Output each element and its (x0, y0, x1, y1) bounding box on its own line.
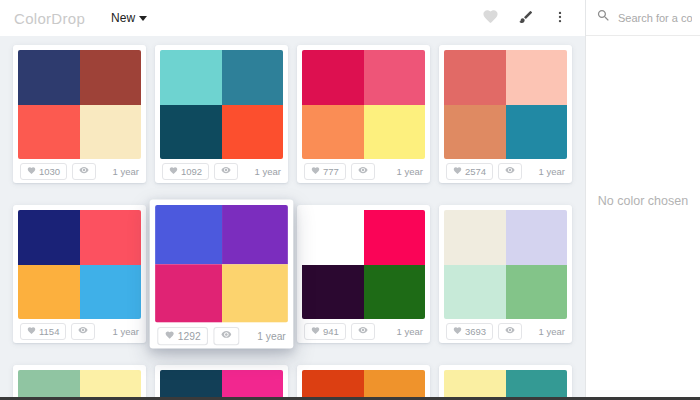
palette-card[interactable]: 777 1 year (297, 45, 430, 183)
views-button[interactable] (351, 323, 375, 340)
palette-quadrant[interactable] (18, 370, 80, 400)
palette-age: 1 year (397, 166, 423, 177)
magnifier-icon (596, 8, 611, 27)
likes-button[interactable]: 777 (304, 163, 346, 180)
palette-quadrant[interactable] (302, 105, 364, 160)
palette-quadrant[interactable] (302, 210, 364, 265)
palette-quadrant[interactable] (222, 105, 284, 160)
palette-quadrant[interactable] (160, 105, 222, 160)
palette-quadrant[interactable] (80, 105, 142, 160)
palette-quadrant[interactable] (506, 50, 568, 105)
sidebar: No color chosen (585, 0, 700, 400)
palette-quadrant[interactable] (364, 370, 426, 400)
sort-dropdown-label: New (111, 11, 135, 25)
palette-quadrant[interactable] (80, 50, 142, 105)
palette-quadrant[interactable] (222, 370, 284, 400)
palette-quadrant[interactable] (222, 264, 288, 323)
palette-quadrant[interactable] (18, 50, 80, 105)
palette-swatches (444, 210, 567, 319)
palette-quadrant[interactable] (444, 50, 506, 105)
palette-card[interactable]: 1154 1 year (13, 205, 146, 343)
brush-button[interactable] (516, 7, 536, 30)
palette-quadrant[interactable] (160, 50, 222, 105)
palette-quadrant[interactable] (302, 50, 364, 105)
palette-swatches (302, 370, 425, 400)
views-button[interactable] (72, 163, 96, 180)
palette-card[interactable]: 2574 1 year (439, 45, 572, 183)
search-input[interactable] (618, 12, 692, 24)
palette-quadrant[interactable] (302, 265, 364, 320)
palette-quadrant[interactable] (222, 50, 284, 105)
card-footer: 1292 1 year (155, 323, 288, 349)
palette-quadrant[interactable] (155, 205, 221, 264)
palette-card[interactable]: 1030 1 year (13, 45, 146, 183)
palette-swatches (18, 210, 141, 319)
palette-quadrant[interactable] (80, 265, 142, 320)
palette-card[interactable] (297, 365, 430, 400)
palette-quadrant[interactable] (80, 370, 142, 400)
palette-card[interactable] (13, 365, 146, 400)
likes-button[interactable]: 1030 (20, 163, 67, 180)
palette-quadrant[interactable] (506, 105, 568, 160)
palette-quadrant[interactable] (444, 105, 506, 160)
eye-icon (221, 165, 231, 177)
palette-quadrant[interactable] (18, 105, 80, 160)
heart-icon (311, 326, 320, 337)
palette-card[interactable]: 1092 1 year (155, 45, 288, 183)
views-button[interactable] (71, 323, 95, 340)
palette-quadrant[interactable] (18, 210, 80, 265)
likes-button[interactable]: 3693 (446, 323, 493, 340)
card-footer: 1154 1 year (18, 319, 141, 343)
palette-card[interactable]: 941 1 year (297, 205, 430, 343)
sort-dropdown-new[interactable]: New (111, 11, 147, 25)
eye-icon (358, 325, 368, 337)
views-button[interactable] (498, 323, 522, 340)
heart-icon (453, 326, 462, 337)
palette-card[interactable] (155, 365, 288, 400)
palette-quadrant[interactable] (444, 370, 506, 400)
palette-quadrant[interactable] (364, 265, 426, 320)
palette-quadrant[interactable] (506, 210, 568, 265)
main-column: ColorDrop New (0, 0, 585, 400)
palette-quadrant[interactable] (506, 370, 568, 400)
palette-card[interactable]: 1292 1 year (150, 199, 294, 348)
card-footer: 2574 1 year (444, 159, 567, 183)
menu-button[interactable] (551, 7, 569, 30)
views-button[interactable] (214, 163, 238, 180)
card-footer: 941 1 year (302, 319, 425, 343)
logo[interactable]: ColorDrop (14, 10, 85, 27)
palette-quadrant[interactable] (444, 210, 506, 265)
likes-count: 1292 (178, 330, 201, 342)
palette-quadrant[interactable] (302, 370, 364, 400)
palette-card[interactable] (439, 365, 572, 400)
card-footer: 1030 1 year (18, 159, 141, 183)
palette-swatches (18, 50, 141, 159)
likes-button[interactable]: 941 (304, 323, 346, 340)
palette-quadrant[interactable] (364, 105, 426, 160)
favorites-button[interactable] (480, 6, 501, 30)
palette-quadrant[interactable] (155, 264, 221, 323)
palette-quadrant[interactable] (18, 265, 80, 320)
palette-quadrant[interactable] (222, 205, 288, 264)
views-button[interactable] (214, 326, 240, 344)
palette-quadrant[interactable] (506, 265, 568, 320)
palette-swatches (160, 370, 283, 400)
palette-swatches (18, 370, 141, 400)
palette-swatches (302, 210, 425, 319)
palette-quadrant[interactable] (160, 370, 222, 400)
palette-quadrant[interactable] (364, 50, 426, 105)
likes-button[interactable]: 2574 (446, 163, 493, 180)
palette-quadrant[interactable] (364, 210, 426, 265)
palette-quadrant[interactable] (80, 210, 142, 265)
palette-swatches (155, 205, 288, 323)
palette-card[interactable]: 3693 1 year (439, 205, 572, 343)
likes-button[interactable]: 1092 (162, 163, 209, 180)
likes-button[interactable]: 1292 (157, 326, 208, 344)
palette-quadrant[interactable] (444, 265, 506, 320)
likes-button[interactable]: 1154 (20, 323, 66, 340)
views-button[interactable] (351, 163, 375, 180)
likes-count: 1092 (181, 166, 202, 177)
palette-grid: 1030 1 year 1092 (0, 36, 585, 400)
views-button[interactable] (498, 163, 522, 180)
header: ColorDrop New (0, 0, 585, 36)
